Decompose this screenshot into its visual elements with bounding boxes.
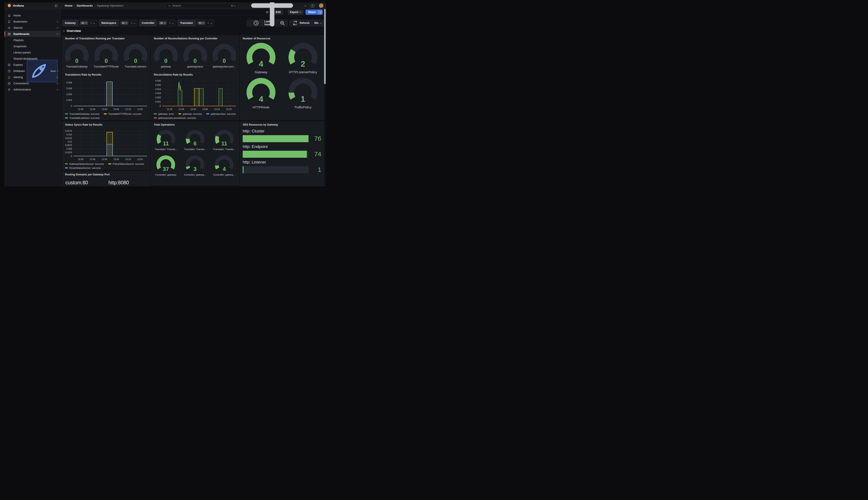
filter-value-chip[interactable]: All× — [80, 21, 88, 25]
gauge-value: 0 — [94, 58, 118, 64]
sidebar-item-bookmarks[interactable]: Bookmarks — [4, 19, 61, 25]
legend-item[interactable]: TranslateGateway: success — [65, 113, 100, 115]
svg-text:0.01: 0.01 — [68, 140, 72, 143]
legend-item[interactable]: TranslateListeners: success — [65, 117, 100, 119]
bar-track — [243, 135, 309, 142]
gauge-trafficpolicy: 1TrafficPolicy — [287, 77, 319, 109]
filter-namespace[interactable]: NamespaceAll×× — [99, 20, 137, 26]
gauge-controller-gatewa-: 4Controller: gatewa... — [213, 154, 235, 176]
svg-text:13:00: 13:00 — [113, 108, 119, 111]
legend-swatch — [154, 117, 157, 118]
chevron-down-icon — [56, 26, 59, 29]
gauge-translator-transla-: 11Translator: Transla... — [213, 129, 235, 150]
breadcrumb-dashboards[interactable]: Dashboards — [77, 4, 93, 7]
sidebar-item-drilldown[interactable]: DrilldownNew! — [4, 68, 61, 74]
panel-title[interactable]: Number of Translations Running per Trans… — [63, 36, 150, 41]
panel-title[interactable]: Routing Domains per Gateway Port — [63, 172, 150, 177]
filter-label[interactable]: Gateway — [63, 20, 78, 26]
filter-value-chip[interactable]: All× — [121, 21, 128, 25]
filter-gateway[interactable]: GatewayAll×× — [62, 20, 97, 26]
svg-text:0.003: 0.003 — [155, 92, 161, 94]
panel-routing-domains: Routing Domains per Gateway Port custom:… — [62, 171, 150, 186]
gauge-value: 4 — [245, 95, 277, 104]
sidebar-item-label: Administration — [13, 88, 31, 91]
drilldown-icon — [8, 69, 11, 73]
chevron-down-icon — [56, 88, 59, 90]
time-series-plot: 00.0010.0020.0030.0040.0050.00612:3012:4… — [152, 77, 237, 112]
sidebar-item-dashboards[interactable]: Dashboards — [4, 31, 61, 37]
panel-translations-running: Number of Translations Running per Trans… — [62, 35, 150, 71]
gauge-gateway: 0gateway — [154, 44, 178, 68]
sidebar-item-label: Snapshots — [13, 45, 26, 48]
help-icon[interactable]: ? — [311, 4, 314, 8]
panel-title[interactable]: Status Syncs Rate by Results — [63, 122, 150, 127]
bar-value: 76 — [311, 135, 321, 142]
panel-title[interactable]: Reconciliation Rate by Results — [151, 72, 239, 77]
panel-title[interactable]: XDS Resources by Gateway — [240, 122, 324, 127]
legend-swatch — [178, 113, 181, 114]
svg-text:12:30: 12:30 — [167, 108, 172, 111]
gauge-translatehttproute: 0TranslateHTTPRoute — [94, 44, 119, 68]
clear-filter-icon[interactable]: × — [89, 22, 93, 24]
sidebar-item-playlists[interactable]: Playlists — [4, 37, 61, 43]
legend-swatch — [65, 113, 68, 114]
sidebar-item-library-panels[interactable]: Library panels — [4, 49, 61, 56]
section-overview-header[interactable]: Overview — [63, 29, 81, 33]
bar-gauge-row: http: Cluster76 — [240, 127, 324, 142]
panel-reconciliations-running: Number of Reconciliations Running per Co… — [151, 35, 239, 71]
bar-label: http: Endpoint — [243, 144, 321, 149]
remove-value-icon[interactable]: × — [164, 22, 165, 24]
sidebar-item-home[interactable]: Home — [4, 12, 61, 19]
bar-fill — [243, 166, 244, 173]
gauge-gatewayclass: 0gatewayclass — [183, 44, 207, 68]
remove-value-icon[interactable]: × — [126, 22, 127, 24]
legend-item[interactable]: PolicyStatusSyncer: success — [108, 163, 144, 165]
svg-text:0.002: 0.002 — [155, 96, 161, 99]
svg-text:13:20: 13:20 — [226, 108, 231, 111]
svg-text:0: 0 — [71, 105, 72, 107]
bar-label: http: Listener — [243, 160, 321, 164]
sidebar-item-snapshots[interactable]: Snapshots — [4, 43, 61, 49]
avatar[interactable] — [319, 3, 323, 8]
plug-icon — [8, 82, 11, 85]
bar-gauge-row: http: Listener1 — [240, 158, 324, 173]
svg-text:13:00: 13:00 — [113, 158, 119, 160]
filter-label[interactable]: Controller — [139, 20, 157, 26]
add-button[interactable] — [240, 2, 306, 38]
sidebar-item-label: Connections — [13, 82, 29, 85]
clear-filter-icon[interactable]: × — [130, 22, 133, 24]
sidebar-item-administration[interactable]: Administration — [4, 87, 61, 93]
legend-swatch — [154, 113, 157, 114]
search-input[interactable]: Search... ⌘+k — [166, 3, 238, 8]
panel-total-operations: Total Operations 11Translator: Transla..… — [151, 122, 239, 185]
sidebar-item-alerting[interactable]: Alerting — [4, 74, 61, 80]
panel-title[interactable]: Total Operations — [151, 122, 239, 127]
legend-item[interactable]: RouteStatusSyncer: success — [65, 167, 101, 169]
gauge-value: 0 — [212, 58, 236, 64]
legend-item[interactable]: gateway: error — [154, 113, 174, 115]
scrollbar-thumb[interactable] — [324, 9, 326, 84]
legend-item[interactable]: TranslateHTTPRoute: success — [104, 113, 142, 115]
time-series-plot: 00.0020.0040.0060.00812:3012:4012:5013:0… — [63, 77, 149, 112]
svg-text:12:40: 12:40 — [90, 158, 95, 160]
legend-item[interactable]: gateway: success — [178, 113, 202, 115]
gauge-controller-gateway: 37Controller: gateway — [155, 154, 176, 176]
legend-item[interactable]: gatewayclass: success — [206, 113, 236, 115]
panel-translations-rate: Translations Rate by Results 00.0020.004… — [62, 71, 150, 120]
svg-text:0.015: 0.015 — [66, 133, 72, 136]
legend-item[interactable]: GatewayStatusSyncer: success — [65, 163, 104, 165]
breadcrumb-home[interactable]: Home — [65, 4, 73, 7]
legend-item[interactable]: gatewayclass-provisioner: success — [154, 117, 196, 119]
gauge-value: 6 — [185, 140, 205, 147]
sidebar-item-starred[interactable]: Starred — [4, 25, 61, 31]
remove-value-icon[interactable]: × — [85, 22, 87, 24]
filter-label[interactable]: Namespace — [99, 20, 119, 26]
svg-text:0.0125: 0.0125 — [65, 137, 72, 139]
filter-value-chip[interactable]: All× — [159, 21, 167, 25]
bell-icon — [8, 76, 11, 79]
sidebar-item-label: Drilldown — [13, 69, 25, 72]
panel-title[interactable]: Translations Rate by Results — [63, 72, 150, 77]
sidebar-toggle-icon[interactable] — [55, 4, 58, 8]
gauge-gatewayclass-pro-: 0gatewayclass-pro... — [212, 44, 236, 68]
sidebar-item-connections[interactable]: Connections — [4, 80, 61, 87]
